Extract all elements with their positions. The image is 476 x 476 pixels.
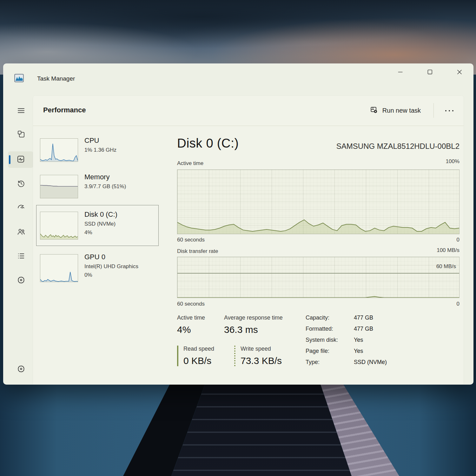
disk-info-grid: Capacity: 477 GB Formatted: 477 GB Syste…	[306, 314, 387, 366]
stat-value: 0 KB/s	[183, 355, 214, 366]
navigation-rail	[3, 96, 34, 384]
sidebar-item-settings[interactable]	[12, 361, 30, 378]
transfer-axis-right: 0	[457, 301, 459, 307]
stat-value: 36.3 ms	[224, 324, 283, 335]
info-label: Capacity:	[306, 314, 354, 321]
menu-icon	[17, 106, 25, 116]
info-label: Formatted:	[306, 326, 354, 332]
sidebar-item-processes[interactable]	[12, 126, 30, 143]
stat-write-speed: Write speed 73.3 KB/s	[234, 346, 282, 366]
disk-transfer-rate-chart: 60 MB/s	[177, 257, 459, 298]
active-time-axis-left: 60 seconds	[177, 237, 205, 243]
disk-model: SAMSUNG MZAL8512HDLU-00BL2	[336, 142, 459, 151]
active-time-chart-label: Active time	[177, 160, 203, 167]
task-manager-app-icon	[14, 73, 24, 85]
sidebar-item-services[interactable]	[12, 272, 30, 289]
stat-label: Active time	[177, 314, 205, 321]
startup-apps-icon	[17, 203, 25, 213]
info-label: Type:	[306, 359, 354, 366]
sidebar-item-app-history[interactable]	[12, 175, 30, 193]
active-time-axis-right: 0	[457, 237, 459, 243]
users-icon	[17, 228, 25, 237]
transfer-marker-label: 60 MB/s	[436, 263, 456, 270]
sidebar-item-startup-apps[interactable]	[12, 199, 30, 216]
info-label: Page file:	[306, 348, 354, 354]
stat-value: 73.3 KB/s	[241, 355, 282, 366]
window-title: Task Manager	[37, 75, 75, 82]
stat-label: Read speed	[183, 346, 214, 352]
detail-title: Disk 0 (C:)	[177, 136, 239, 150]
settings-icon	[17, 365, 25, 374]
selected-indicator	[9, 155, 10, 164]
sidebar-item-performance[interactable]	[8, 151, 33, 168]
close-button[interactable]	[452, 65, 467, 79]
performance-icon	[17, 155, 25, 165]
info-label: System disk:	[306, 337, 354, 343]
info-value: 477 GB	[354, 326, 387, 332]
stat-read-speed: Read speed 0 KB/s	[177, 346, 214, 366]
info-value: 477 GB	[354, 314, 387, 321]
stat-response-time: Average response time 36.3 ms	[224, 314, 283, 335]
transfer-axis-left: 60 seconds	[177, 301, 205, 307]
services-icon	[17, 276, 25, 286]
active-time-chart	[177, 169, 459, 234]
stat-value: 4%	[177, 324, 205, 335]
task-manager-window: Task Manager	[3, 63, 473, 385]
menu-button[interactable]	[12, 102, 30, 120]
screen: Task Manager	[0, 0, 476, 476]
minimize-button[interactable]	[393, 65, 408, 79]
transfer-marker-line	[177, 273, 459, 274]
stat-active-time: Active time 4%	[177, 314, 205, 335]
stat-label: Average response time	[224, 314, 283, 321]
maximize-button[interactable]	[423, 65, 437, 79]
transfer-rate-scale-max: 100 MB/s	[437, 247, 459, 254]
info-value: SSD (NVMe)	[354, 359, 387, 366]
stat-label: Write speed	[241, 346, 282, 352]
active-time-scale-max: 100%	[446, 158, 459, 165]
app-history-icon	[17, 179, 25, 189]
processes-icon	[17, 130, 25, 140]
info-value: Yes	[354, 337, 387, 343]
performance-page: Performance Run new task	[33, 96, 464, 384]
info-value: Yes	[354, 348, 387, 354]
details-icon	[17, 252, 25, 261]
sidebar-item-users[interactable]	[12, 224, 30, 241]
sidebar-item-details[interactable]	[12, 248, 30, 265]
disk-detail-pane: Disk 0 (C:) SAMSUNG MZAL8512HDLU-00BL2 A…	[33, 96, 464, 384]
titlebar[interactable]: Task Manager	[3, 64, 473, 96]
transfer-rate-chart-label: Disk transfer rate	[177, 248, 218, 255]
